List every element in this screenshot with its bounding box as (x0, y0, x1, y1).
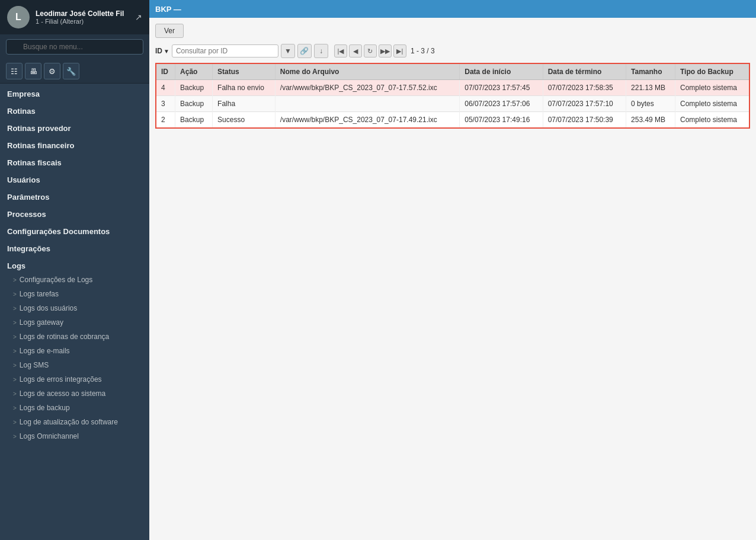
sidebar-item-empresa[interactable]: Empresa (0, 84, 149, 101)
cell-id: 4 (156, 80, 175, 96)
sidebar-nav: EmpresaRotinasRotinas provedorRotinas fi… (0, 84, 149, 540)
sidebar-item-rotinas-fiscais[interactable]: Rotinas fiscais (0, 152, 149, 170)
sidebar-item-rotinas-provedor[interactable]: Rotinas provedor (0, 118, 149, 135)
chevron-icon: > (13, 433, 17, 440)
user-sub: 1 - Filial (Alterar) (36, 18, 129, 25)
chevron-icon: > (13, 376, 17, 383)
cell-data-de-início: 07/07/2023 17:57:45 (460, 80, 543, 96)
sort-icon: ▼ (164, 48, 169, 55)
id-filter-label: ID ▼ (155, 47, 169, 55)
cell-ação: Backup (175, 96, 213, 112)
cell-tipo-do-backup: Completo sistema (675, 112, 749, 129)
sidebar-header: L Leodimar José Collette Fil 1 - Filial … (0, 0, 149, 34)
sidebar-item-rotinas-financeiro[interactable]: Rotinas financeiro (0, 135, 149, 152)
chevron-icon: > (13, 319, 17, 326)
view-toolbar: Ver (155, 24, 750, 38)
view-button[interactable]: Ver (155, 24, 184, 38)
sidebar-item-integracoes[interactable]: Integrações (0, 238, 149, 255)
col-header-ação[interactable]: Ação (175, 63, 213, 80)
user-info: Leodimar José Collette Fil 1 - Filial (A… (36, 9, 129, 25)
id-filter-input[interactable] (172, 44, 278, 57)
col-header-data-de-término[interactable]: Data de término (543, 63, 626, 80)
user-name: Leodimar José Collette Fil (36, 9, 129, 18)
cell-tamanho: 0 bytes (626, 96, 675, 112)
chevron-icon: > (13, 419, 17, 426)
cell-id: 2 (156, 112, 175, 129)
sidebar-subitem-logs-omnichannel[interactable]: >Logs Omnichannel (0, 429, 149, 443)
chevron-icon: > (13, 334, 17, 340)
grid-view-btn[interactable]: ☷ (6, 63, 23, 79)
col-header-data-de-início[interactable]: Data de início (460, 63, 543, 80)
page-info: 1 - 3 / 3 (408, 47, 437, 55)
table-body: 4BackupFalha no envio/var/www/bkp/BKP_CS… (156, 80, 749, 129)
id-filter-bar: ID ▼ ▼ 🔗 ↓ |◀ ◀ ↻ ▶▶ ▶| 1 - 3 / 3 (155, 44, 750, 58)
next-page-btn[interactable]: ▶▶ (379, 44, 392, 57)
data-table: IDAçãoStatusNome do ArquivoData de iníci… (155, 63, 750, 129)
cell-data-de-início: 06/07/2023 17:57:06 (460, 96, 543, 112)
sidebar-item-usuarios[interactable]: Usuários (0, 170, 149, 187)
table-row[interactable]: 2BackupSucesso/var/www/bkp/BKP_CS_2023_0… (156, 112, 749, 129)
sidebar-subitem-logs-erros-integracoes[interactable]: >Logs de erros integrações (0, 372, 149, 386)
cell-tamanho: 253.49 MB (626, 112, 675, 129)
chevron-icon: > (13, 362, 17, 369)
table-row[interactable]: 4BackupFalha no envio/var/www/bkp/BKP_CS… (156, 80, 749, 96)
link-icon-btn[interactable]: 🔗 (297, 44, 312, 58)
cell-data-de-término: 07/07/2023 17:57:10 (543, 96, 626, 112)
chevron-icon: > (13, 391, 17, 397)
table-header-row: IDAçãoStatusNome do ArquivoData de iníci… (156, 63, 749, 80)
first-page-btn[interactable]: |◀ (334, 44, 347, 57)
sidebar-item-parametros[interactable]: Parâmetros (0, 187, 149, 204)
col-header-tamanho[interactable]: Tamanho (626, 63, 675, 80)
col-header-id[interactable]: ID (156, 63, 175, 80)
col-header-nome-do-arquivo[interactable]: Nome do Arquivo (275, 63, 459, 80)
cell-data-de-término: 07/07/2023 17:50:39 (543, 112, 626, 129)
sidebar-subitem-config-logs[interactable]: >Configurações de Logs (0, 273, 149, 287)
col-header-tipo-do-backup[interactable]: Tipo do Backup (675, 63, 749, 80)
cell-status: Sucesso (213, 112, 276, 129)
chevron-icon: > (13, 405, 17, 411)
sidebar-subitem-logs-rotinas-cobranca[interactable]: >Logs de rotinas de cobrança (0, 330, 149, 344)
avatar: L (7, 6, 30, 28)
external-link-icon[interactable]: ↗ (135, 12, 142, 22)
sidebar-subitem-logs-usuarios[interactable]: >Logs dos usuários (0, 301, 149, 315)
print-btn[interactable]: 🖶 (25, 63, 41, 79)
sidebar-subitem-log-sms[interactable]: >Log SMS (0, 358, 149, 372)
sidebar: L Leodimar José Collette Fil 1 - Filial … (0, 0, 149, 540)
cell-id: 3 (156, 96, 175, 112)
cell-tamanho: 221.13 MB (626, 80, 675, 96)
settings-btn[interactable]: ⚙ (44, 63, 60, 79)
cell-data-de-término: 07/07/2023 17:58:35 (543, 80, 626, 96)
filter-dropdown-btn[interactable]: ▼ (281, 44, 295, 58)
cell-data-de-início: 05/07/2023 17:49:16 (460, 112, 543, 129)
refresh-btn[interactable]: ↻ (364, 44, 377, 57)
topbar-title: BKP — (155, 5, 181, 14)
sidebar-subitem-logs-emails[interactable]: >Logs de e-mails (0, 344, 149, 358)
cell-tipo-do-backup: Completo sistema (675, 96, 749, 112)
pagination-controls: |◀ ◀ ↻ ▶▶ ▶| 1 - 3 / 3 (334, 44, 437, 57)
sidebar-item-logs[interactable]: Logs (0, 255, 149, 273)
cell-status: Falha no envio (213, 80, 276, 96)
col-header-status[interactable]: Status (213, 63, 276, 80)
sidebar-item-rotinas[interactable]: Rotinas (0, 101, 149, 118)
cell-ação: Backup (175, 80, 213, 96)
chevron-icon: > (13, 305, 17, 312)
topbar: BKP — (149, 0, 756, 18)
sidebar-toolbar: ☷ 🖶 ⚙ 🔧 (0, 59, 149, 84)
last-page-btn[interactable]: ▶| (393, 44, 406, 57)
search-input[interactable] (6, 39, 143, 55)
sidebar-subitem-logs-acesso-sistema[interactable]: >Logs de acesso ao sistema (0, 386, 149, 401)
chevron-icon: > (13, 277, 17, 283)
cell-nome-do-arquivo: /var/www/bkp/BKP_CS_2023_07_07-17.57.52.… (275, 80, 459, 96)
sidebar-subitem-logs-tarefas[interactable]: >Logs tarefas (0, 287, 149, 301)
sidebar-subitem-logs-gateway[interactable]: >Logs gateway (0, 315, 149, 330)
sidebar-item-configuracoes-docs[interactable]: Configurações Documentos (0, 221, 149, 238)
cell-ação: Backup (175, 112, 213, 129)
sidebar-subitem-log-atualizacao-software[interactable]: >Log de atualização do software (0, 415, 149, 429)
prev-page-btn[interactable]: ◀ (349, 44, 362, 57)
cell-nome-do-arquivo: /var/www/bkp/BKP_CS_2023_07_07-17.49.21.… (275, 112, 459, 129)
table-row[interactable]: 3BackupFalha06/07/2023 17:57:0607/07/202… (156, 96, 749, 112)
sidebar-subitem-logs-backup[interactable]: >Logs de backup (0, 401, 149, 415)
sidebar-item-processos[interactable]: Processos (0, 204, 149, 221)
download-btn[interactable]: ↓ (314, 44, 328, 58)
wrench-btn[interactable]: 🔧 (63, 63, 79, 79)
